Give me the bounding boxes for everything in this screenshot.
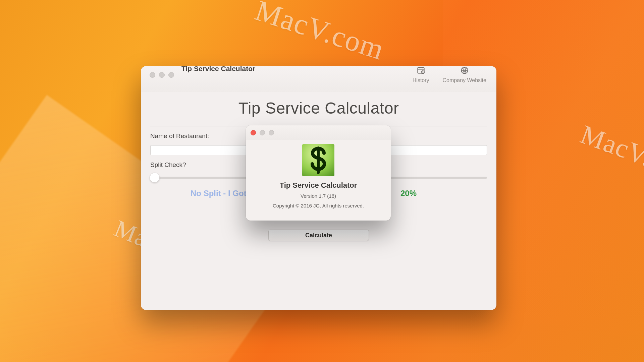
company-website-label: Company Website: [443, 77, 486, 83]
slider-thumb[interactable]: [150, 173, 160, 183]
titlebar: Tip Service Calculator History: [141, 66, 496, 92]
watermark-text: MacV.co: [577, 119, 644, 182]
calculate-button[interactable]: Calculate: [268, 230, 369, 241]
about-version: Version 1.7 (16): [301, 193, 336, 199]
about-close-button[interactable]: [251, 130, 256, 135]
about-dialog: Tip Service Calculator Version 1.7 (16) …: [246, 125, 391, 221]
tip-percent-text: 20%: [400, 189, 417, 198]
close-button[interactable]: [150, 72, 155, 78]
company-website-button[interactable]: Company Website: [443, 66, 486, 83]
page-title: Tip Service Calculator: [150, 99, 487, 117]
history-button[interactable]: History: [413, 66, 429, 83]
zoom-button[interactable]: [168, 72, 174, 78]
dollar-sign-icon: [307, 146, 330, 175]
history-icon: [417, 66, 425, 76]
globe-icon: [460, 66, 469, 76]
about-copyright: Copyright © 2016 JG. All rights reserved…: [273, 203, 364, 208]
watermark-text: MacV.com: [251, 0, 389, 67]
traffic-lights: [147, 68, 174, 81]
split-value-text: No Split - I Got: [191, 189, 247, 198]
minimize-button[interactable]: [159, 72, 165, 78]
history-label: History: [413, 77, 429, 83]
window-title: Tip Service Calculator: [181, 66, 255, 73]
about-zoom-button[interactable]: [269, 130, 274, 135]
about-app-name: Tip Service Calculator: [280, 181, 357, 190]
app-icon: [302, 144, 334, 176]
about-minimize-button[interactable]: [260, 130, 265, 135]
about-titlebar: [246, 125, 391, 140]
